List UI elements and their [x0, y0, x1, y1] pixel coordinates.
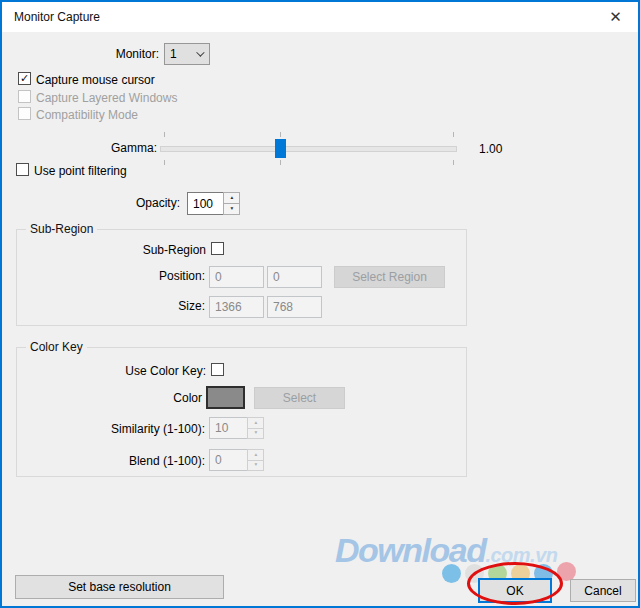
blend-stepper: ▲ ▼	[247, 449, 264, 471]
slider-tick	[164, 160, 165, 165]
capture-mouse-cursor-label: Capture mouse cursor	[36, 73, 155, 87]
slider-tick	[280, 160, 281, 165]
blend-input: 0	[209, 449, 248, 471]
blend-spin-down: ▼	[247, 460, 264, 472]
spin-up-icon: ▲	[229, 196, 234, 201]
similarity-input: 10	[209, 417, 248, 439]
position-y-input: 0	[267, 266, 322, 288]
compatibility-mode-label: Compatibility Mode	[36, 108, 138, 122]
watermark-brand: Download	[335, 531, 485, 569]
window-title: Monitor Capture	[14, 10, 100, 24]
select-region-button: Select Region	[334, 266, 445, 288]
use-color-key-checkbox[interactable]: ✓	[211, 363, 224, 376]
monitor-label: Monitor:	[59, 47, 159, 61]
use-point-filtering-checkbox[interactable]: ✓	[16, 163, 29, 176]
capture-mouse-cursor-checkbox[interactable]: ✓	[18, 72, 31, 85]
gamma-slider-track[interactable]	[160, 146, 457, 152]
monitor-select[interactable]: 1	[164, 43, 210, 65]
color-select-button: Select	[254, 387, 345, 409]
check-icon: ✓	[20, 73, 29, 84]
spin-down-icon: ▼	[253, 463, 258, 468]
gamma-value: 1.00	[479, 142, 502, 156]
use-point-filtering-label: Use point filtering	[34, 164, 127, 178]
spin-down-icon: ▼	[229, 207, 234, 212]
close-icon: ✕	[609, 8, 622, 26]
watermark-dot	[442, 564, 461, 583]
position-x-input: 0	[209, 266, 264, 288]
use-color-key-label: Use Color Key:	[86, 364, 206, 378]
sub-region-checkbox[interactable]: ✓	[211, 242, 224, 255]
spin-down-icon: ▼	[253, 431, 258, 436]
opacity-input[interactable]: 100	[187, 192, 224, 215]
monitor-selected-value: 1	[170, 47, 177, 61]
gamma-slider-thumb[interactable]	[275, 139, 286, 158]
slider-tick	[453, 132, 454, 137]
blend-label: Blend (1-100):	[105, 454, 205, 468]
opacity-stepper[interactable]: ▲ ▼	[223, 192, 240, 215]
opacity-label: Opacity:	[80, 196, 180, 210]
gamma-label: Gamma:	[57, 141, 157, 155]
annotation-circle	[467, 562, 563, 605]
size-height-input: 768	[267, 296, 322, 318]
capture-layered-windows-checkbox: ✓	[18, 90, 31, 103]
slider-tick	[453, 160, 454, 165]
similarity-spin-down: ▼	[247, 428, 264, 440]
size-label: Size:	[105, 299, 205, 313]
color-key-group-title: Color Key	[26, 340, 87, 354]
capture-layered-windows-label: Capture Layered Windows	[36, 91, 177, 105]
sub-region-group-title: Sub-Region	[26, 222, 97, 236]
spin-up-icon: ▲	[253, 420, 258, 425]
close-button[interactable]: ✕	[593, 2, 638, 32]
slider-tick	[164, 132, 165, 137]
color-key-swatch	[206, 386, 245, 409]
set-base-resolution-button[interactable]: Set base resolution	[15, 575, 224, 599]
title-bar: Monitor Capture ✕	[2, 2, 638, 32]
similarity-label: Similarity (1-100):	[85, 422, 205, 436]
spin-up-icon: ▲	[253, 452, 258, 457]
sub-region-checkbox-label: Sub-Region	[106, 243, 206, 257]
color-label: Color	[102, 391, 202, 405]
opacity-spin-down[interactable]: ▼	[223, 203, 240, 215]
cancel-button[interactable]: Cancel	[570, 579, 636, 602]
chevron-down-icon	[196, 48, 204, 56]
compatibility-mode-checkbox: ✓	[18, 107, 31, 120]
slider-tick	[280, 132, 281, 137]
position-label: Position:	[105, 269, 205, 283]
similarity-stepper: ▲ ▼	[247, 417, 264, 439]
size-width-input: 1366	[209, 296, 264, 318]
monitor-capture-dialog: Monitor Capture ✕ Monitor: 1 ✓ Capture m…	[0, 0, 640, 608]
